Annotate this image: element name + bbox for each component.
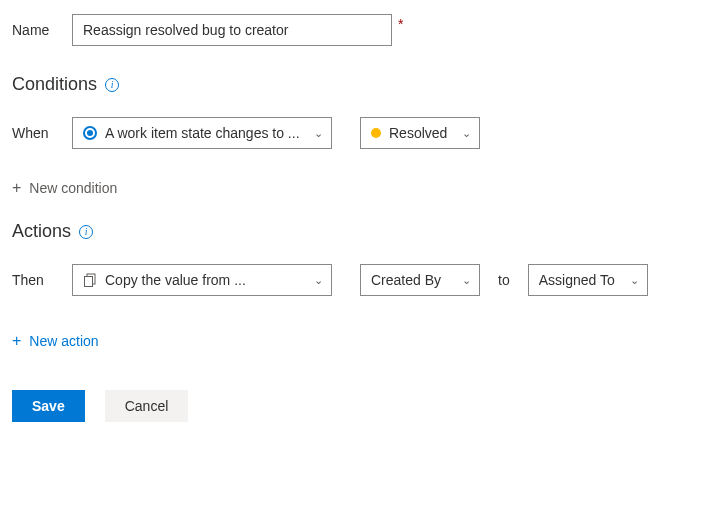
name-label: Name [12, 22, 72, 38]
plus-icon: + [12, 332, 21, 350]
when-row: When A work item state changes to ... ⌄ … [12, 117, 694, 149]
chevron-down-icon: ⌄ [314, 127, 323, 140]
name-input[interactable] [72, 14, 392, 46]
required-indicator: * [398, 16, 403, 32]
then-label: Then [12, 272, 72, 288]
state-dot-icon [371, 128, 381, 138]
save-button[interactable]: Save [12, 390, 85, 422]
condition-state-value: Resolved [389, 125, 447, 141]
conditions-heading-row: Conditions i [12, 74, 694, 95]
copy-icon [83, 273, 97, 287]
chevron-down-icon: ⌄ [630, 274, 639, 287]
actions-heading-row: Actions i [12, 221, 694, 242]
action-to-dropdown[interactable]: Assigned To ⌄ [528, 264, 648, 296]
condition-trigger-dropdown[interactable]: A work item state changes to ... ⌄ [72, 117, 332, 149]
add-action-button[interactable]: + New action [12, 332, 694, 350]
add-condition-label: New condition [29, 180, 117, 196]
chevron-down-icon: ⌄ [462, 127, 471, 140]
radio-icon [83, 126, 97, 140]
info-icon[interactable]: i [79, 225, 93, 239]
chevron-down-icon: ⌄ [314, 274, 323, 287]
condition-state-dropdown[interactable]: Resolved ⌄ [360, 117, 480, 149]
cancel-button[interactable]: Cancel [105, 390, 189, 422]
then-row: Then Copy the value from ... ⌄ Created B… [12, 264, 694, 296]
info-icon[interactable]: i [105, 78, 119, 92]
name-row: Name * [12, 14, 694, 46]
footer: Save Cancel [12, 390, 694, 422]
to-label: to [498, 272, 510, 288]
action-type-dropdown[interactable]: Copy the value from ... ⌄ [72, 264, 332, 296]
action-to-value: Assigned To [539, 272, 620, 288]
condition-trigger-value: A work item state changes to ... [105, 125, 300, 141]
action-type-value: Copy the value from ... [105, 272, 246, 288]
chevron-down-icon: ⌄ [462, 274, 471, 287]
add-condition-button[interactable]: + New condition [12, 179, 694, 197]
action-from-dropdown[interactable]: Created By ⌄ [360, 264, 480, 296]
add-action-label: New action [29, 333, 98, 349]
actions-heading: Actions [12, 221, 71, 242]
conditions-heading: Conditions [12, 74, 97, 95]
plus-icon: + [12, 179, 21, 197]
svg-rect-1 [85, 277, 93, 287]
when-label: When [12, 125, 72, 141]
action-from-value: Created By [371, 272, 452, 288]
